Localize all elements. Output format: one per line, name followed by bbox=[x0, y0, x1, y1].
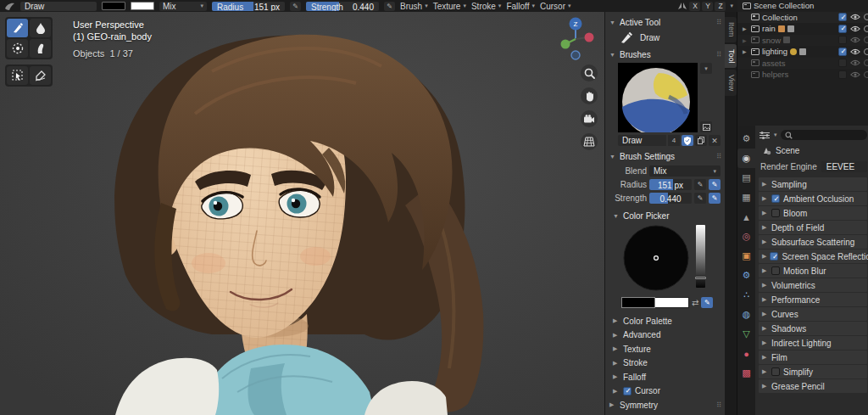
brushes-panel-header[interactable]: ▼ Brushes ⠿ bbox=[609, 48, 721, 61]
active-tool-panel-header[interactable]: ▼ Active Tool ⠿ bbox=[609, 15, 721, 29]
tab-render-properties[interactable]: ◉ bbox=[737, 149, 755, 168]
smear-tool-button[interactable] bbox=[30, 39, 51, 58]
primary-color-swatch[interactable] bbox=[102, 2, 125, 10]
brush-select-dropdown[interactable]: ▾ bbox=[700, 63, 712, 74]
bloom-checkbox[interactable] bbox=[771, 209, 780, 217]
value-slider-handle[interactable] bbox=[695, 277, 706, 279]
secondary-color-swatch[interactable] bbox=[131, 2, 154, 10]
section-performance[interactable]: ▶Performance bbox=[759, 293, 867, 306]
strength-slider[interactable]: Strength 0.440 bbox=[306, 2, 379, 11]
tab-output-properties[interactable]: ▤ bbox=[737, 168, 755, 188]
tab-texture-properties[interactable]: ▩ bbox=[737, 363, 755, 383]
eye-icon[interactable] bbox=[850, 14, 860, 20]
blend-dropdown[interactable]: Mix▾ bbox=[649, 165, 721, 177]
tab-view-layer-properties[interactable]: ▦ bbox=[737, 188, 755, 207]
mirror-x-toggle[interactable]: X bbox=[689, 2, 700, 11]
disclosure-triangle-icon[interactable]: ▶ bbox=[743, 37, 748, 43]
hsv-color-wheel[interactable] bbox=[621, 225, 691, 293]
eye-icon[interactable] bbox=[850, 59, 860, 66]
tab-item[interactable]: Item bbox=[725, 17, 737, 42]
mirror-y-toggle[interactable]: Y bbox=[702, 2, 713, 11]
assets-checkbox[interactable] bbox=[838, 59, 847, 67]
duplicate-brush-button[interactable] bbox=[695, 135, 707, 146]
pan-button[interactable] bbox=[581, 87, 598, 104]
breadcrumb[interactable]: Scene bbox=[759, 142, 867, 159]
color-picker-panel-header[interactable]: ▼ Color Picker bbox=[613, 209, 721, 222]
helpers-checkbox[interactable] bbox=[838, 70, 847, 79]
section-grease-pencil[interactable]: ▶Grease Pencil bbox=[759, 379, 867, 393]
outliner-row-collection[interactable]: Collection bbox=[737, 12, 868, 24]
tab-tool[interactable]: Tool bbox=[725, 44, 737, 69]
brush-datablock-icon[interactable] bbox=[4, 2, 15, 11]
tab-data-properties[interactable]: ▽ bbox=[737, 324, 755, 344]
brush-users-count-button[interactable]: 4 bbox=[668, 135, 680, 146]
eye-icon[interactable] bbox=[850, 25, 860, 32]
zoom-button[interactable] bbox=[581, 64, 598, 81]
eye-icon[interactable] bbox=[850, 36, 860, 43]
strength-pressure-toggle[interactable]: ✎ bbox=[384, 2, 395, 11]
section-depth-of-field[interactable]: ▶Depth of Field bbox=[759, 221, 867, 234]
strength-pressure-toggle[interactable]: ✎ bbox=[709, 193, 721, 204]
swap-colors-icon[interactable]: ⇄ bbox=[692, 298, 698, 307]
fake-user-shield-button[interactable] bbox=[682, 135, 693, 146]
section-bloom[interactable]: ▶Bloom bbox=[759, 206, 867, 220]
perspective-toggle-button[interactable] bbox=[581, 133, 598, 150]
eye-icon[interactable] bbox=[850, 48, 860, 55]
stroke-panel-header[interactable]: ▶Stroke bbox=[613, 356, 721, 371]
section-subsurface-scattering[interactable]: ▶Subsurface Scattering bbox=[759, 235, 867, 249]
disclosure-triangle-icon[interactable]: ▶ bbox=[743, 25, 748, 31]
brush-name-field[interactable]: Draw bbox=[618, 135, 666, 146]
tab-view[interactable]: View bbox=[725, 70, 737, 96]
section-screen-space-reflections[interactable]: ▶Screen Space Reflections bbox=[759, 250, 867, 263]
radius-pen-icon-button[interactable]: ✎ bbox=[694, 179, 706, 190]
tab-tool-properties[interactable]: ⚙ bbox=[737, 129, 755, 149]
radius-pressure-toggle[interactable]: ✎ bbox=[709, 179, 721, 190]
ssr-checkbox[interactable] bbox=[770, 252, 778, 261]
chevron-down-icon[interactable]: ▾ bbox=[730, 3, 733, 9]
tab-world-properties[interactable]: ◎ bbox=[737, 227, 755, 246]
section-film[interactable]: ▶Film bbox=[759, 351, 867, 364]
value-slider[interactable] bbox=[696, 225, 705, 288]
cursor-panel-header[interactable]: ▶Cursor bbox=[613, 384, 721, 399]
ambient-occlusion-checkbox[interactable] bbox=[771, 194, 780, 203]
rain-checkbox[interactable] bbox=[838, 25, 847, 33]
texture-menu[interactable]: Texture▾ bbox=[433, 2, 466, 11]
tab-scene-properties[interactable]: ▲ bbox=[737, 207, 755, 227]
color-pressure-toggle[interactable]: ✎ bbox=[701, 297, 713, 308]
snow-checkbox[interactable] bbox=[838, 36, 847, 44]
texture-panel-header[interactable]: ▶Texture bbox=[613, 342, 721, 356]
secondary-color-swatch[interactable] bbox=[655, 297, 689, 308]
blur-tool-button[interactable] bbox=[30, 19, 51, 37]
mirror-z-toggle[interactable]: Z bbox=[715, 2, 726, 11]
eye-icon[interactable] bbox=[850, 71, 860, 78]
brush-menu[interactable]: Brush▾ bbox=[400, 2, 428, 11]
average-tool-button[interactable] bbox=[7, 39, 28, 58]
outliner-row-rain[interactable]: ▶ rain bbox=[737, 23, 868, 35]
brush-settings-panel-header[interactable]: ▼ Brush Settings ⠿ bbox=[609, 149, 721, 163]
section-indirect-lighting[interactable]: ▶Indirect Lighting bbox=[759, 336, 867, 350]
tab-material-properties[interactable]: ● bbox=[737, 344, 755, 363]
3d-viewport[interactable]: User Perspective (1) GEO-rain_body Objec… bbox=[0, 12, 604, 415]
tab-modifier-properties[interactable]: ⚙ bbox=[737, 266, 755, 285]
strength-slider[interactable]: 0.440 bbox=[649, 193, 692, 204]
section-ambient-occlusion[interactable]: ▶Ambient Occlusion bbox=[759, 192, 867, 205]
falloff-panel-header[interactable]: ▶Falloff bbox=[613, 370, 721, 384]
draw-tool-button[interactable] bbox=[7, 19, 28, 37]
radius-pressure-toggle[interactable]: ✎ bbox=[290, 2, 301, 11]
section-sampling[interactable]: ▶Sampling bbox=[759, 177, 867, 191]
navigation-gizmo[interactable]: Z bbox=[557, 15, 594, 64]
section-motion-blur[interactable]: ▶Motion Blur bbox=[759, 264, 867, 278]
active-brush-field[interactable]: Draw bbox=[20, 2, 97, 11]
simplify-checkbox[interactable] bbox=[771, 367, 780, 376]
section-shadows[interactable]: ▶Shadows bbox=[759, 322, 867, 335]
radius-slider[interactable]: 151 px bbox=[649, 179, 692, 190]
tab-particles-properties[interactable]: ∴ bbox=[737, 285, 755, 305]
outliner-row-assets[interactable]: assets bbox=[737, 58, 868, 70]
brush-texture-icon-button[interactable] bbox=[700, 121, 712, 132]
section-curves[interactable]: ▶Curves bbox=[759, 307, 867, 321]
properties-editor-icon[interactable] bbox=[759, 131, 771, 140]
outliner-row-snow[interactable]: ▶ snow bbox=[737, 35, 868, 47]
disclosure-triangle-icon[interactable]: ▶ bbox=[743, 48, 748, 54]
outliner-row-helpers[interactable]: helpers bbox=[737, 69, 868, 81]
outliner-row-lighting[interactable]: ▶ lighting bbox=[737, 46, 868, 58]
